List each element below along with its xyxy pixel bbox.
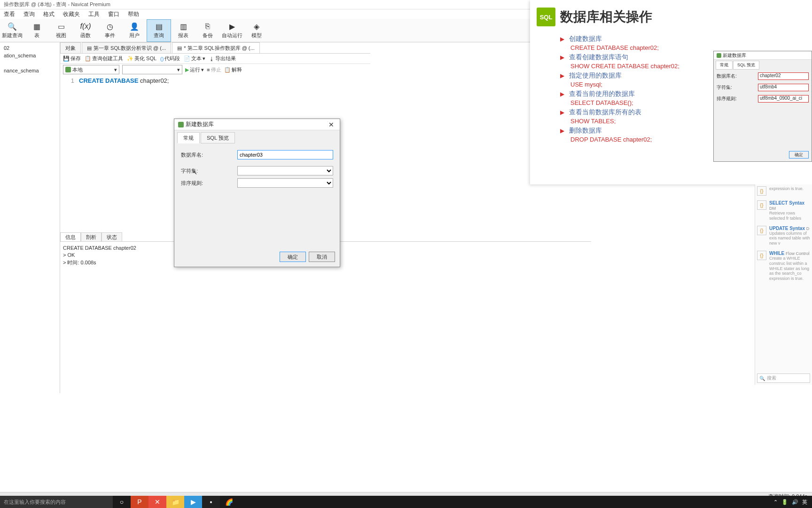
- mini-charset-value: utf8mb4: [758, 84, 809, 91]
- help-item-desc: Updates columns of exis named table with…: [769, 231, 810, 246]
- tool-autorun[interactable]: ▶自动运行: [220, 19, 244, 42]
- stop-button[interactable]: ■停止: [207, 66, 221, 73]
- run-button[interactable]: ▶运行 ▾: [185, 66, 204, 73]
- powerpoint-icon[interactable]: P: [131, 496, 148, 508]
- line-number: 1: [60, 77, 79, 84]
- tool-user[interactable]: 👤用户: [122, 19, 147, 42]
- help-search[interactable]: 🔍 搜索: [757, 373, 810, 383]
- app-icon[interactable]: ✕: [148, 496, 166, 508]
- text-icon: 📄: [184, 56, 190, 62]
- mini-collation-value: utf8mb4_0900_ai_ci: [758, 95, 809, 103]
- snippet-button[interactable]: ()代码段: [160, 55, 180, 62]
- code-content: CREATE DATABASE chapter02;: [79, 77, 169, 84]
- tree-item[interactable]: 02: [2, 44, 58, 52]
- result-tab-profile[interactable]: 剖析: [81, 232, 102, 241]
- result-tab-info[interactable]: 信息: [60, 232, 81, 241]
- query-toolbar: 💾保存 📋查询创建工具 ✨美化 SQL ()代码段 📄文本 ▾ ⭳导出结果: [60, 54, 370, 64]
- explain-icon: 📋: [224, 67, 231, 73]
- help-item-desc: expression is true.: [769, 186, 804, 191]
- cancel-button[interactable]: 取消: [309, 252, 335, 262]
- save-button[interactable]: 💾保存: [63, 55, 81, 62]
- menu-format[interactable]: 格式: [41, 10, 56, 18]
- volume-icon[interactable]: 🔊: [792, 499, 798, 505]
- file-icon: ▤: [87, 45, 92, 51]
- help-item-title[interactable]: UPDATE Syntax: [769, 226, 805, 231]
- explain-button[interactable]: 📋解释: [224, 66, 242, 73]
- mini-ok-button: 确定: [789, 151, 809, 159]
- help-item-title[interactable]: WHILE: [769, 251, 784, 256]
- db-name-input[interactable]: [237, 150, 333, 159]
- tool-query[interactable]: ▤查询: [147, 19, 171, 42]
- help-item-desc: Retrieve rows selected fr tables: [769, 211, 810, 221]
- view-icon: ▭: [55, 22, 67, 31]
- app-icon-2[interactable]: 🌈: [220, 496, 238, 508]
- menu-query[interactable]: 查询: [22, 10, 37, 18]
- tool-new-query[interactable]: 🔍新建查询: [0, 19, 24, 42]
- connection-row: 本地▾ ▾ ▶运行 ▾ ■停止 📋解释: [60, 64, 370, 75]
- dialog-tabs: 常规 SQL 预览: [174, 130, 340, 143]
- bullet-arrow-icon: ▶: [560, 72, 564, 79]
- menu-tools[interactable]: 工具: [86, 10, 102, 18]
- export-button[interactable]: ⭳导出结果: [209, 55, 236, 62]
- bullet-arrow-icon: ▶: [560, 91, 564, 97]
- model-icon: ◈: [251, 22, 262, 31]
- menu-window[interactable]: 窗口: [106, 10, 121, 18]
- ok-button[interactable]: 确定: [280, 252, 306, 262]
- text-button[interactable]: 📄文本 ▾: [184, 55, 205, 62]
- bullet-arrow-icon: ▶: [560, 36, 564, 42]
- tab-objects[interactable]: 对象: [60, 42, 81, 53]
- tree-item[interactable]: ation_schema: [2, 52, 58, 59]
- event-icon: ◷: [104, 22, 116, 31]
- tray-expand-icon[interactable]: ⌃: [773, 499, 778, 505]
- beautify-button[interactable]: ✨美化 SQL: [127, 55, 156, 62]
- battery-icon[interactable]: 🔋: [781, 499, 788, 505]
- ime-icon[interactable]: 英: [802, 499, 807, 506]
- windows-taskbar: 在这里输入你要搜索的内容 ○ P ✕ 📁 ▶ ▪ 🌈 ⌃ 🔋 🔊 英: [0, 496, 812, 508]
- tool-function[interactable]: f(x)函数: [73, 19, 98, 42]
- close-button[interactable]: ✕: [327, 121, 336, 128]
- help-panel: {} expression is true.{}SELECT Syntax DM…: [755, 184, 812, 385]
- menu-favorites[interactable]: 收藏夹: [61, 10, 82, 18]
- charset-select[interactable]: [237, 166, 333, 175]
- save-icon: 💾: [63, 56, 70, 62]
- tab-chapter2[interactable]: ▤* 第二章 SQL操作数据库 @ (...: [172, 42, 260, 53]
- help-item-title[interactable]: SELECT Syntax: [769, 200, 804, 206]
- table-icon: ▦: [31, 22, 42, 31]
- autorun-icon: ▶: [226, 22, 238, 31]
- tool-event[interactable]: ◷事件: [98, 19, 122, 42]
- stop-icon: ■: [207, 67, 210, 72]
- tool-table[interactable]: ▦表: [24, 19, 49, 42]
- connection-dropdown[interactable]: 本地▾: [63, 65, 119, 74]
- tool-model[interactable]: ◈模型: [244, 19, 269, 42]
- explorer-icon[interactable]: 📁: [166, 496, 184, 508]
- windows-search[interactable]: 在这里输入你要搜索的内容: [0, 496, 113, 508]
- result-tab-status[interactable]: 状态: [102, 232, 122, 241]
- slide-item-code: CREATE DATABASE chapter02;: [560, 44, 805, 51]
- tree-item[interactable]: nance_schema: [2, 67, 58, 74]
- tab-chapter1[interactable]: ▤第一章 SQL数据分析常识 @ (...: [82, 42, 171, 53]
- tool-view[interactable]: ▭视图: [49, 19, 73, 42]
- menu-view[interactable]: 查看: [2, 10, 17, 18]
- sql-logo-icon: SQL: [537, 8, 555, 26]
- tool-backup[interactable]: ⎘备份: [195, 19, 220, 42]
- file-icon: ▤: [177, 45, 182, 51]
- db-icon: [65, 67, 71, 72]
- slide-item-text: 查看当前数据库所有的表: [569, 108, 641, 117]
- help-item-desc: Create a WHILE construc list within a WH…: [769, 256, 810, 281]
- menu-help[interactable]: 帮助: [126, 10, 141, 18]
- user-icon: 👤: [129, 22, 140, 31]
- collation-select[interactable]: [237, 178, 333, 188]
- cortana-icon[interactable]: ○: [113, 496, 131, 508]
- database-dropdown[interactable]: ▾: [122, 65, 182, 74]
- snippet-icon: {}: [757, 186, 766, 196]
- dialog-tab-sql-preview[interactable]: SQL 预览: [201, 132, 235, 143]
- db-icon: [717, 53, 721, 58]
- dialog-tab-general[interactable]: 常规: [177, 132, 200, 143]
- terminal-icon[interactable]: ▪: [202, 496, 220, 508]
- tool-report[interactable]: ▥报表: [171, 19, 195, 42]
- media-icon[interactable]: ▶: [184, 496, 202, 508]
- db-icon: [178, 122, 184, 127]
- slide-item-text: 查看当前使用的数据库: [569, 90, 635, 98]
- slide-item-text: 创建数据库: [569, 35, 602, 43]
- query-builder-button[interactable]: 📋查询创建工具: [85, 55, 123, 62]
